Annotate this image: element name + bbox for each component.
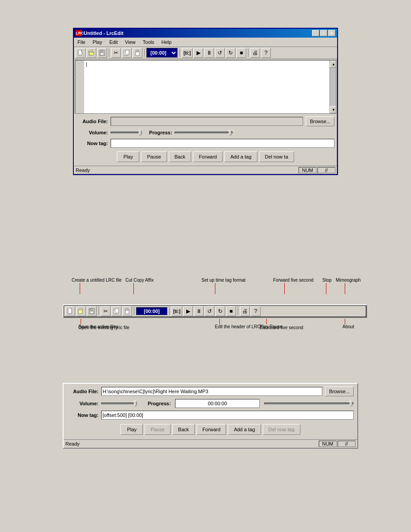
annot-time-dropdown[interactable]: [00:00] (136, 307, 167, 315)
paste-button[interactable] (133, 48, 142, 58)
annot-open-btn[interactable] (76, 306, 86, 316)
progress-thumb[interactable] (229, 130, 231, 135)
forward-button[interactable]: Forward (193, 151, 223, 162)
bp-audio-file-input[interactable] (101, 387, 322, 396)
statusbar-right: NUM // (299, 167, 335, 173)
annot-stop-btn[interactable]: ■ (226, 306, 236, 316)
copy-button[interactable] (122, 48, 132, 58)
bp-volume-track[interactable] (101, 403, 137, 404)
titlebar-left: LRC Untitled - LrcEdit (76, 30, 124, 36)
backward-btn[interactable]: ↺ (215, 48, 225, 58)
annot-backward-btn[interactable]: ↺ (205, 306, 214, 316)
stop-text: Stop (322, 278, 332, 283)
about-btn[interactable]: ? (261, 48, 271, 58)
annotation-labels-below: Save the active files Open the existing … (63, 319, 367, 337)
annot-save-btn[interactable] (87, 306, 97, 316)
menu-help[interactable]: Help (159, 39, 173, 46)
del-now-tag-button[interactable]: Del now ta (259, 151, 294, 162)
bp-play-button[interactable]: Play (120, 424, 143, 435)
bottom-panel-inner: Audio File: Browse... Volume: Progress: … (64, 384, 357, 439)
scroll-up-arrow[interactable]: ▲ (330, 60, 336, 68)
annot-ti-btn[interactable]: [ti:] (171, 306, 182, 316)
scroll-track[interactable] (330, 68, 336, 106)
ti-label-btn[interactable]: [ti:] (182, 48, 193, 58)
stop-btn[interactable]: ■ (236, 48, 246, 58)
bp-volume-slider[interactable] (101, 399, 141, 408)
menu-file[interactable]: File (76, 39, 87, 46)
annot-new-btn[interactable] (65, 306, 75, 316)
play-btn[interactable]: ▶ (193, 48, 203, 58)
progress-track[interactable] (175, 132, 233, 133)
annot-pause-btn[interactable]: ⏸ (194, 306, 204, 316)
vertical-scrollbar[interactable]: ▲ ▼ (330, 60, 336, 113)
bp-pause-button[interactable]: Pause (145, 424, 170, 435)
scroll-down-arrow[interactable]: ▼ (330, 106, 336, 113)
annotation-section: Create a untitled LRC file Cut Copy Affi… (63, 278, 367, 337)
svg-rect-22 (126, 309, 128, 310)
minimize-button[interactable]: _ (312, 30, 319, 36)
menu-tools[interactable]: Tools (141, 39, 156, 46)
bp-forward-button[interactable]: Forward (197, 424, 226, 435)
volume-slider[interactable] (111, 128, 146, 137)
time-dropdown[interactable]: [00:00] (146, 48, 178, 58)
save-file-button[interactable] (97, 48, 107, 58)
annot-paste-btn[interactable] (122, 306, 132, 316)
menubar: File Play Edit View Tools Help (74, 38, 337, 47)
volume-progress-row: Volume: Progress: (77, 128, 334, 137)
menu-view[interactable]: View (123, 39, 137, 46)
toolbar: ✂ [00:00] [ti:] ▶ ⏸ ↺ ↻ ■ 🖨 ? (74, 47, 337, 59)
annot-cut-btn[interactable]: ✂ (101, 306, 111, 316)
open-text: Open the existing lyric file (78, 325, 129, 330)
bp-add-tag-button[interactable]: Add a tag (228, 424, 261, 435)
bp-now-tag-input[interactable] (101, 411, 354, 420)
pause-button[interactable]: Pause (141, 151, 167, 162)
add-tag-button[interactable]: Add a tag (224, 151, 257, 162)
bp-progress-track[interactable] (264, 403, 354, 404)
statusbar: Ready NUM // (74, 166, 337, 174)
bp-action-buttons-row: Play Pause Back Forward Add a tag Del no… (67, 422, 354, 437)
menu-play[interactable]: Play (91, 39, 104, 46)
annot-copy-btn[interactable] (111, 306, 121, 316)
forward-btn[interactable]: ↻ (226, 48, 235, 58)
bp-back-button[interactable]: Back (172, 424, 195, 435)
lyric-text-input[interactable]: | (75, 60, 336, 113)
volume-track[interactable] (111, 132, 142, 133)
svg-rect-14 (78, 310, 82, 313)
close-button[interactable]: × (328, 30, 335, 36)
bp-now-tag-row: Now tag: (67, 411, 354, 420)
annot-sep-3 (169, 307, 170, 315)
bottom-panel: Audio File: Browse... Volume: Progress: … (63, 383, 358, 449)
annot-about-btn[interactable]: ? (251, 306, 261, 316)
bp-status-ready: Ready (65, 441, 80, 446)
bp-progress-thumb[interactable] (350, 401, 352, 406)
bp-browse-button[interactable]: Browse... (325, 386, 354, 396)
new-file-button[interactable] (76, 48, 86, 58)
controls-section: Audio File: Browse... Volume: Progress: … (74, 115, 337, 166)
pause-btn[interactable]: ⏸ (204, 48, 214, 58)
annot-forward-btn2[interactable]: ↻ (215, 306, 225, 316)
bp-volume-thumb[interactable] (134, 401, 137, 406)
browse-button[interactable]: Browse... (306, 116, 334, 126)
open-file-button[interactable] (86, 48, 96, 58)
now-tag-label: Now tag: (77, 141, 108, 146)
menu-edit[interactable]: Edit (107, 39, 120, 46)
svg-rect-10 (125, 50, 129, 55)
annot-play-btn[interactable]: ▶ (183, 306, 193, 316)
maximize-button[interactable]: □ (320, 30, 327, 36)
volume-thumb[interactable] (139, 130, 141, 135)
svg-rect-17 (90, 309, 93, 310)
toolbar-sep-4 (248, 49, 248, 57)
cut-button[interactable]: ✂ (111, 48, 121, 58)
audio-file-input[interactable] (111, 117, 303, 126)
svg-marker-15 (78, 309, 82, 310)
now-tag-input[interactable] (111, 139, 334, 148)
bp-extra-panel: // (338, 441, 355, 447)
bp-progress-input[interactable] (175, 399, 260, 408)
audio-file-row: Audio File: Browse... (77, 116, 334, 126)
bp-statusbar: Ready NUM // (64, 439, 357, 448)
back-button[interactable]: Back (169, 151, 191, 162)
play-button[interactable]: Play (117, 151, 139, 162)
print-btn[interactable]: 🖨 (250, 48, 260, 58)
bp-del-now-tag-button[interactable]: Del now tag (263, 424, 300, 435)
annot-print-btn[interactable]: 🖨 (240, 306, 250, 316)
